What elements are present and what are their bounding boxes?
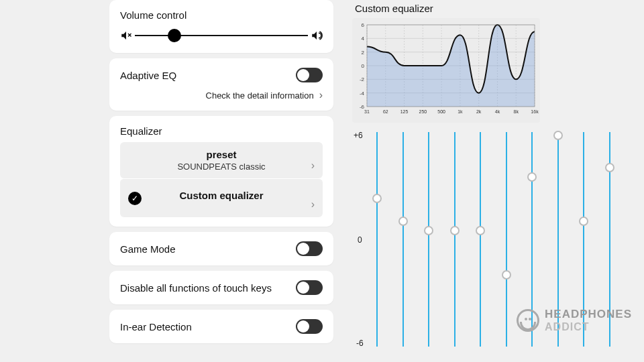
- adaptive-eq-title: Adaptive EQ: [120, 70, 176, 81]
- volume-mute-icon: [120, 29, 132, 42]
- eq-slider-knob[interactable]: [553, 131, 563, 140]
- disable-touch-toggle[interactable]: [296, 280, 323, 295]
- eq-band-slider[interactable]: [428, 132, 429, 347]
- headphones-icon: [517, 309, 539, 332]
- svg-text:-4: -4: [360, 90, 365, 97]
- watermark-line1: HEADPHONES: [545, 308, 632, 320]
- in-ear-detection-card: In-ear Detection: [109, 310, 333, 343]
- chevron-right-icon: ›: [311, 198, 315, 210]
- equalizer-preset-row[interactable]: preset SOUNDPEATS classic ›: [120, 142, 323, 178]
- eq-slider-knob[interactable]: [450, 226, 460, 235]
- eq-band-slider[interactable]: [376, 132, 378, 347]
- slider-y-bot: -6: [356, 339, 364, 348]
- eq-slider-knob[interactable]: [424, 226, 433, 235]
- equalizer-card: Equalizer preset SOUNDPEATS classic › ✓ …: [109, 116, 333, 227]
- eq-slider-knob[interactable]: [527, 172, 537, 182]
- eq-band-slider[interactable]: [480, 132, 481, 347]
- preset-head: preset: [129, 149, 313, 160]
- equalizer-custom-row[interactable]: ✓ Custom equalizer ›: [120, 178, 323, 217]
- game-mode-toggle[interactable]: [296, 241, 323, 256]
- eq-band-slider[interactable]: [402, 132, 404, 347]
- svg-text:62: 62: [383, 109, 388, 114]
- custom-eq-panel-title: Custom equalizer: [352, 0, 631, 18]
- svg-text:16k: 16k: [531, 109, 539, 114]
- eq-band-slider[interactable]: [454, 132, 455, 347]
- settings-column: Volume control Adaptive EQ Check the det…: [104, 0, 339, 349]
- custom-eq-head: Custom equalizer: [129, 190, 313, 201]
- svg-text:500: 500: [437, 109, 445, 114]
- volume-title: Volume control: [120, 9, 323, 21]
- check-icon: ✓: [128, 192, 142, 205]
- svg-text:4: 4: [362, 36, 365, 42]
- volume-max-icon: [311, 29, 323, 42]
- slider-y-top: +6: [354, 131, 363, 140]
- volume-control-card: Volume control: [109, 0, 333, 53]
- svg-text:2k: 2k: [476, 109, 482, 114]
- eq-slider-knob[interactable]: [579, 217, 588, 226]
- eq-band-slider[interactable]: [506, 132, 507, 347]
- eq-slider-knob[interactable]: [398, 217, 408, 226]
- in-ear-title: In-ear Detection: [120, 321, 192, 333]
- slider-track: [135, 35, 308, 36]
- adaptive-eq-toggle[interactable]: [296, 68, 323, 82]
- svg-text:8k: 8k: [514, 109, 519, 114]
- slider-y-mid: 0: [358, 235, 362, 245]
- svg-text:31: 31: [364, 109, 370, 114]
- eq-slider-knob[interactable]: [476, 226, 485, 235]
- svg-text:1k: 1k: [458, 109, 463, 114]
- eq-slider-knob[interactable]: [502, 270, 511, 280]
- eq-slider-knob[interactable]: [605, 163, 614, 172]
- equalizer-title: Equalizer: [120, 125, 323, 137]
- svg-text:125: 125: [400, 109, 409, 114]
- watermark-line2: ADDICT: [545, 321, 632, 333]
- adaptive-eq-detail-row[interactable]: Check the detail information ›: [120, 89, 323, 101]
- svg-text:6: 6: [362, 22, 365, 28]
- eq-slider-knob[interactable]: [372, 194, 382, 203]
- adaptive-eq-card: Adaptive EQ Check the detail information…: [109, 58, 333, 111]
- disable-touch-card: Disable all functions of touch keys: [109, 271, 333, 304]
- eq-curve-chart: -6-4-2024631621252505001k2k4k8k16k: [352, 18, 540, 123]
- volume-slider[interactable]: [120, 27, 323, 44]
- adaptive-eq-detail-text: Check the detail information: [206, 90, 314, 101]
- svg-text:-2: -2: [360, 76, 365, 82]
- svg-text:4k: 4k: [495, 109, 500, 114]
- svg-text:0: 0: [362, 63, 365, 69]
- disable-touch-title: Disable all functions of touch keys: [120, 282, 272, 294]
- slider-thumb[interactable]: [168, 29, 181, 42]
- game-mode-card: Game Mode: [109, 232, 333, 265]
- equalizer-detail-column: Custom equalizer -6-4-202463162125250500…: [339, 0, 644, 349]
- chevron-right-icon: ›: [311, 160, 315, 172]
- svg-text:250: 250: [419, 109, 427, 114]
- chevron-right-icon: ›: [319, 89, 323, 101]
- svg-text:2: 2: [362, 50, 365, 56]
- preset-sub: SOUNDPEATS classic: [129, 162, 313, 172]
- watermark: HEADPHONES ADDICT: [517, 308, 632, 333]
- in-ear-toggle[interactable]: [296, 319, 323, 334]
- game-mode-title: Game Mode: [120, 243, 176, 255]
